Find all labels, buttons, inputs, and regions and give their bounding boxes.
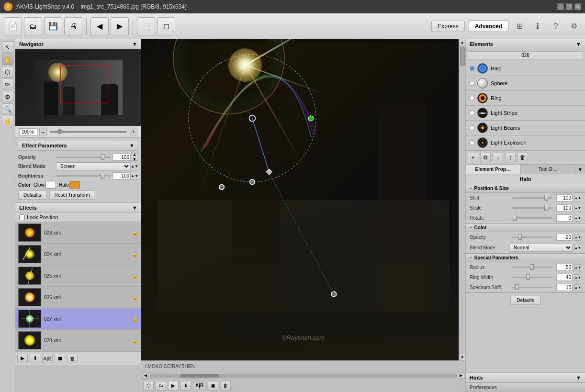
save-button[interactable]: 💾 [44, 17, 62, 35]
effect-item-028[interactable]: 028.xml 🔒 [15, 330, 141, 351]
view-toggle-button[interactable]: ⊞ [512, 19, 527, 34]
effect-item-024[interactable]: 024.xml 🔒 [15, 244, 141, 265]
shift-slider[interactable] [512, 197, 552, 199]
rotate-value[interactable] [556, 214, 573, 222]
spectrum-shift-arrow[interactable]: ▲▼ [574, 284, 581, 291]
scale-value[interactable] [556, 204, 573, 212]
spectrum-shift-slider[interactable] [512, 287, 552, 288]
color-opacity-value[interactable] [556, 234, 573, 241]
shift-arrow[interactable]: ▲▼ [574, 195, 581, 202]
scale-arrow[interactable]: ▲▼ [574, 205, 581, 212]
minimize-button[interactable]: – [557, 3, 564, 10]
help-button[interactable]: ? [549, 19, 563, 34]
rotate-slider[interactable] [512, 217, 552, 219]
effect-item-025[interactable]: 025.xml 🔒 [15, 265, 141, 287]
ring-width-slider[interactable] [512, 277, 552, 278]
element-item-light-explosion[interactable]: Light Explosion [466, 135, 585, 150]
rotate-arrow[interactable]: ▲▼ [574, 215, 581, 222]
copy-element-button[interactable]: ⧉ [480, 153, 491, 162]
color-opacity-slider[interactable] [512, 236, 552, 238]
canvas-footer-btn1[interactable]: ⬡ [143, 381, 154, 391]
brightness-value[interactable] [112, 172, 131, 179]
opacity-slider[interactable] [56, 157, 111, 158]
adjust-tool[interactable]: ⚙ [2, 91, 13, 102]
effects-footer-btn1[interactable]: ▶ [17, 354, 28, 363]
pan-tool[interactable]: 🖐 [2, 116, 13, 127]
props-defaults-button[interactable]: Defaults [510, 296, 540, 305]
element-props-tab[interactable]: Element Prop… [466, 165, 521, 174]
redo-button[interactable]: ▶ [111, 17, 129, 35]
canvas-footer-btn2[interactable]: 🗂 [156, 381, 166, 391]
reset-transform-button[interactable]: Reset Transform [49, 190, 95, 200]
ring-width-arrow[interactable]: ▲▼ [574, 274, 581, 281]
color-blend-select[interactable]: Normal [510, 244, 573, 252]
ab-toggle[interactable]: A|B [193, 382, 206, 389]
add-element-button[interactable]: + [468, 153, 478, 162]
move-tool[interactable]: ✋ [2, 54, 13, 65]
effect-item-026[interactable]: 026.xml 🔒 [15, 287, 141, 308]
hints-collapse[interactable]: ▼ [576, 375, 581, 381]
close-button[interactable]: ✕ [574, 3, 581, 10]
effects-footer-btn2[interactable]: ⬇ [30, 354, 40, 363]
express-mode-button[interactable]: Express [431, 21, 464, 32]
shape-tool[interactable]: ⬡ [2, 66, 13, 78]
props-tab-arrow[interactable]: ▼ [575, 165, 585, 174]
effect-params-collapse[interactable]: ▼ [129, 143, 135, 148]
effects-footer-btn3[interactable]: A|B [42, 354, 53, 363]
defaults-button[interactable]: Defaults [18, 190, 46, 200]
radius-arrow[interactable]: ▲▼ [574, 264, 581, 271]
effects-footer-btn5[interactable]: 🗑 [67, 354, 78, 363]
open-button[interactable]: 🗂 [24, 17, 42, 35]
paint-tool[interactable]: ✏ [2, 78, 13, 90]
settings-button[interactable]: ⚙ [567, 19, 581, 34]
color-blend-arrow[interactable]: ▲▼ [574, 245, 581, 251]
elements-collapse[interactable]: ▼ [576, 41, 581, 47]
zoom-out-button[interactable]: – [39, 128, 47, 135]
shift-value[interactable] [556, 194, 573, 202]
scale-slider[interactable] [512, 207, 552, 209]
opacity-value[interactable] [112, 154, 131, 161]
blend-arrow[interactable]: ▲▼ [131, 163, 138, 170]
spectrum-shift-value[interactable] [556, 284, 573, 291]
element-item-ring[interactable]: Ring [466, 91, 585, 106]
glow-swatch[interactable] [45, 181, 56, 189]
effects-footer-btn4[interactable]: ◼ [55, 354, 65, 363]
radius-value[interactable] [556, 264, 573, 271]
zoom-in-button[interactable]: + [130, 128, 137, 135]
radius-slider[interactable] [512, 267, 552, 268]
effects-list[interactable]: 023.xml 🔒 024.xml 🔒 [15, 222, 141, 351]
element-item-light-stripe[interactable]: Light Stripe [466, 106, 585, 121]
halo-swatch[interactable] [69, 181, 80, 189]
preferences-bar[interactable]: Preferences [466, 382, 585, 392]
export-button[interactable]: ⬇ [180, 381, 191, 391]
brightness-arrow[interactable]: ▲▼ [131, 172, 138, 179]
effects-collapse[interactable]: ▼ [132, 205, 137, 211]
move-up-button[interactable]: ↑ [505, 153, 516, 162]
props-scroll[interactable]: – Position & Size Shift ▲▼ Scale [466, 184, 585, 372]
info-button[interactable]: ℹ [530, 19, 545, 34]
ring-width-value[interactable] [556, 274, 573, 281]
brightness-slider[interactable] [56, 175, 111, 177]
before-view-button[interactable]: ⬜ [137, 17, 155, 35]
maximize-button[interactable]: □ [566, 3, 573, 10]
undo-button[interactable]: ◀ [90, 17, 109, 35]
delete-element-button[interactable]: 🗑 [518, 153, 528, 162]
element-item-sphere[interactable]: Sphere [466, 76, 585, 91]
effect-item-027[interactable]: 027.xml 🔒 [15, 308, 141, 330]
tool-options-tab[interactable]: Tool O… [521, 165, 576, 174]
opacity-arrow[interactable]: ▲▼ [131, 153, 138, 161]
vertical-scrollbar[interactable]: ▲ ▼ [459, 39, 465, 360]
run-button[interactable]: ▶ [168, 381, 179, 391]
select-tool[interactable]: ↖ [2, 41, 13, 53]
blend-mode-select[interactable]: Screen [56, 162, 131, 170]
new-button[interactable]: 📄 [4, 17, 22, 35]
element-item-light-beams[interactable]: Light Beams [466, 121, 585, 135]
canvas-footer-btn5[interactable]: ◼ [208, 381, 218, 391]
after-view-button[interactable]: ◻ [157, 17, 175, 35]
horizontal-scrollbar[interactable]: ◀ ▶ [141, 372, 465, 379]
canvas-footer-btn6[interactable]: 🗑 [220, 381, 231, 391]
navigator-collapse[interactable]: ▼ [132, 41, 137, 47]
zoom-tool[interactable]: 🔍 [2, 103, 13, 115]
color-opacity-arrow[interactable]: ▲▼ [574, 234, 581, 241]
advanced-mode-button[interactable]: Advanced [469, 21, 508, 32]
